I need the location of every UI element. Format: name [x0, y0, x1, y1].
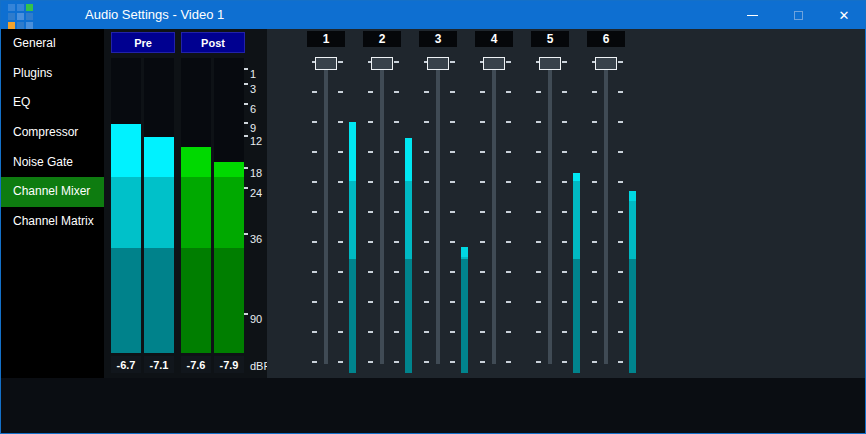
- logo-square: [17, 13, 24, 20]
- fader-tick: [424, 361, 429, 363]
- fader-tick: [394, 61, 399, 63]
- fader-tick: [338, 301, 343, 303]
- fader-tick: [480, 91, 485, 93]
- fader-tick: [424, 181, 429, 183]
- channel-header-3: 3: [419, 31, 457, 47]
- fader-tick: [450, 151, 455, 153]
- fader-tick: [506, 61, 511, 63]
- scale-tick-label: 9: [250, 123, 256, 134]
- minimize-button[interactable]: [729, 1, 775, 29]
- scale-tick-label: 1: [250, 69, 256, 80]
- scale-tick-mark: [244, 233, 248, 235]
- sidebar-item-plugins[interactable]: Plugins: [1, 59, 104, 89]
- fader-tick: [592, 331, 597, 333]
- fader-tick: [368, 121, 373, 123]
- fader-tick: [338, 181, 343, 183]
- fader-tick: [368, 241, 373, 243]
- fader-track-3[interactable]: [436, 58, 440, 364]
- fader-handle-3[interactable]: [427, 57, 449, 70]
- scale-tick-label: 6: [250, 104, 256, 115]
- logo-square: [26, 13, 33, 20]
- fader-tick: [368, 271, 373, 273]
- meter-level-segment: [111, 248, 141, 353]
- channel-header-1: 1: [307, 31, 345, 47]
- channel-level-meter-5: [573, 259, 580, 373]
- fader-tick: [562, 211, 567, 213]
- fader-tick: [424, 91, 429, 93]
- fader-tick: [506, 241, 511, 243]
- fader-track-2[interactable]: [380, 58, 384, 364]
- fader-tick: [506, 211, 511, 213]
- logo-square: [8, 22, 15, 29]
- fader-tick: [394, 151, 399, 153]
- fader-handle-6[interactable]: [595, 57, 617, 70]
- minimize-icon: [747, 15, 758, 16]
- close-window-button[interactable]: ✕: [821, 1, 866, 29]
- fader-tick: [562, 121, 567, 123]
- fader-tick: [618, 91, 623, 93]
- fader-tick: [592, 241, 597, 243]
- meter-level-segment: [181, 248, 211, 353]
- channel-level-meter-1: [349, 259, 356, 373]
- maximize-button[interactable]: [775, 1, 821, 29]
- fader-handle-5[interactable]: [539, 57, 561, 70]
- fader-handle-2[interactable]: [371, 57, 393, 70]
- meter-group-header-pre: Pre: [111, 32, 175, 53]
- fader-tick: [312, 301, 317, 303]
- scale-tick-label: 3: [250, 84, 256, 95]
- sidebar-item-compressor[interactable]: Compressor: [1, 118, 104, 148]
- fader-tick: [450, 361, 455, 363]
- fader-tick: [592, 151, 597, 153]
- fader-tick: [394, 271, 399, 273]
- channel-header-2: 2: [363, 31, 401, 47]
- fader-track-6[interactable]: [604, 58, 608, 364]
- fader-tick: [536, 181, 541, 183]
- meter-level-segment: [181, 147, 211, 177]
- sidebar-item-channel-mixer[interactable]: Channel Mixer: [1, 177, 104, 207]
- fader-handle-4[interactable]: [483, 57, 505, 70]
- fader-track-4[interactable]: [492, 58, 496, 364]
- meter-level-segment: [144, 137, 174, 177]
- channel-fader-panel: [267, 29, 866, 378]
- fader-track-1[interactable]: [324, 58, 328, 364]
- fader-tick: [506, 121, 511, 123]
- fader-tick: [480, 361, 485, 363]
- fader-tick: [368, 301, 373, 303]
- sidebar-item-general[interactable]: General: [1, 29, 104, 59]
- fader-tick: [450, 91, 455, 93]
- channel-level-meter-1: [349, 122, 356, 181]
- fader-tick: [618, 361, 623, 363]
- sidebar-item-noise-gate[interactable]: Noise Gate: [1, 148, 104, 178]
- fader-tick: [618, 121, 623, 123]
- sidebar-item-channel-matrix[interactable]: Channel Matrix: [1, 207, 104, 237]
- logo-square: [8, 4, 15, 11]
- audio-settings-window: Audio Settings - Video 1 ✕ GeneralPlugin…: [0, 0, 866, 434]
- fader-tick: [338, 91, 343, 93]
- master-meter-bar: [181, 58, 211, 353]
- channel-level-meter-6: [629, 201, 636, 259]
- meter-level-segment: [214, 162, 244, 177]
- master-meter-bar: [144, 58, 174, 353]
- fader-tick: [394, 91, 399, 93]
- scale-tick-mark: [244, 187, 248, 189]
- fader-tick: [394, 361, 399, 363]
- fader-tick: [536, 331, 541, 333]
- scale-tick-label: 36: [250, 234, 262, 245]
- fader-tick: [338, 241, 343, 243]
- logo-square: [26, 4, 33, 11]
- channel-level-meter-3: [461, 259, 468, 373]
- sidebar-item-eq[interactable]: EQ: [1, 88, 104, 118]
- fader-tick: [450, 181, 455, 183]
- fader-tick: [618, 331, 623, 333]
- fader-tick: [536, 271, 541, 273]
- scale-tick-label: 90: [250, 314, 262, 325]
- channel-level-meter-1: [349, 181, 356, 259]
- fader-track-5[interactable]: [548, 58, 552, 364]
- fader-tick: [424, 271, 429, 273]
- fader-tick: [338, 211, 343, 213]
- fader-tick: [506, 301, 511, 303]
- fader-handle-1[interactable]: [315, 57, 337, 70]
- channel-header-6: 6: [587, 31, 625, 47]
- window-title: Audio Settings - Video 1: [85, 1, 224, 29]
- fader-tick: [480, 121, 485, 123]
